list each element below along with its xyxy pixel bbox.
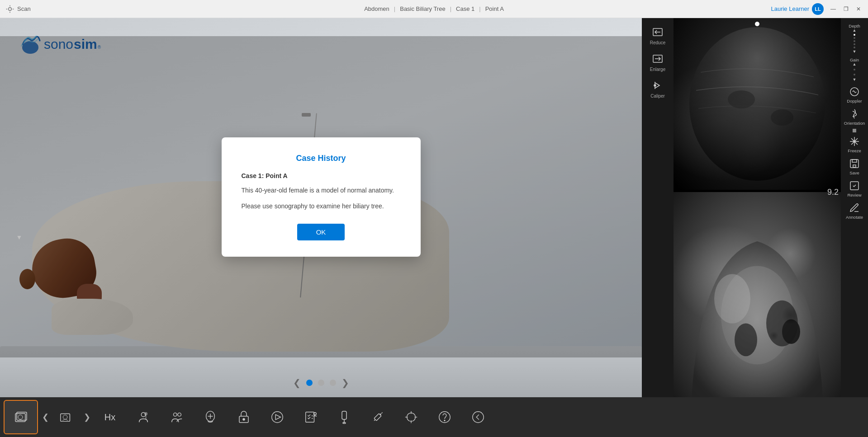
gain-dot-2 (854, 74, 855, 75)
lock-icon (236, 409, 252, 425)
bottom-toolbar: ❮ ❯ Hx (0, 397, 868, 437)
nav-prev-icon: ❮ (42, 412, 49, 422)
caliper-icon (651, 79, 664, 92)
reduce-button[interactable]: Reduce (645, 23, 671, 48)
gain-up-arrow[interactable]: ▲ (853, 62, 857, 66)
toolbar-probe-button[interactable] (328, 400, 360, 434)
image-icon (58, 409, 74, 425)
carousel-controls: ❮ ❯ (293, 377, 349, 388)
svg-point-60 (473, 412, 484, 423)
checklist-icon (303, 409, 319, 425)
svg-marker-40 (275, 414, 280, 419)
toolbar-checklist-button[interactable] (295, 400, 327, 434)
depth-control[interactable]: Depth ▲ ▼ (841, 22, 868, 56)
nav-next-button[interactable]: ❯ (81, 400, 92, 434)
toolbar-play-button[interactable] (261, 400, 293, 434)
toolbar-back-button[interactable] (462, 400, 494, 434)
freeze-label: Freeze (848, 148, 861, 153)
depth-dot-3 (854, 40, 855, 42)
us-controls-right: Depth ▲ ▼ (841, 18, 868, 397)
user-name: Laurie Learner (771, 5, 809, 12)
depth-arrows: ▲ (853, 28, 857, 33)
svg-point-20 (854, 141, 855, 142)
scan-icon (5, 5, 14, 14)
carousel-prev[interactable]: ❮ (293, 377, 301, 388)
toolbar-syringe-button[interactable] (362, 400, 394, 434)
scan-icon-wrap[interactable]: Scan (5, 5, 31, 14)
toolbar-group-button[interactable] (161, 400, 193, 434)
toolbar-layers-button[interactable] (4, 400, 38, 434)
reduce-label: Reduce (650, 40, 665, 46)
modal-body-2: Please use sonography to examine her bil… (242, 202, 401, 211)
review-button[interactable]: Review (842, 178, 867, 200)
play-icon (269, 409, 285, 425)
save-button[interactable]: Save (842, 155, 867, 178)
us-image-top (674, 18, 841, 190)
minimize-button[interactable]: — (829, 5, 837, 13)
nav-prev-button[interactable]: ❮ (40, 400, 51, 434)
main-content: sono sim ® ▼ (0, 18, 868, 397)
ultrasound-panel: Reduce Enlarge (642, 18, 868, 397)
review-icon (849, 180, 860, 192)
toolbar-lock-button[interactable] (228, 400, 260, 434)
caliper-button[interactable]: Caliper (645, 76, 671, 102)
sep1: | (394, 5, 395, 12)
svg-point-38 (243, 418, 245, 420)
carousel-dot-1[interactable] (306, 380, 313, 386)
scene-panel[interactable]: sono sim ® ▼ (0, 18, 642, 397)
doppler-button[interactable]: Doppler (842, 84, 867, 106)
title-bar-left: Scan (5, 5, 31, 14)
modal-body-1: This 40-year-old female is a model of no… (242, 186, 401, 195)
freeze-button[interactable]: Freeze (842, 133, 867, 155)
doppler-label: Doppler (847, 99, 862, 103)
toolbar-help-button[interactable] (429, 400, 460, 434)
modal-ok-button[interactable]: OK (297, 224, 345, 240)
enlarge-button[interactable]: Enlarge (645, 49, 671, 75)
svg-point-33 (178, 413, 181, 417)
close-button[interactable]: ✕ (854, 5, 863, 13)
us-controls-left: Reduce Enlarge (642, 18, 674, 397)
svg-point-7 (689, 27, 825, 181)
orientation-button[interactable]: Orientation (842, 106, 867, 128)
toolbar-head-button[interactable] (194, 400, 226, 434)
reduce-icon (651, 25, 664, 39)
save-label: Save (849, 170, 859, 175)
depth-down-arrow[interactable]: ▼ (853, 50, 857, 54)
svg-line-52 (382, 412, 383, 413)
gain-dot-1 (854, 69, 855, 70)
help-icon (436, 409, 453, 425)
review-label: Review (847, 193, 861, 197)
toolbar-person-button[interactable] (128, 400, 159, 434)
toolbar-crosshair-button[interactable] (395, 400, 427, 434)
depth-up-arrow[interactable]: ▲ (853, 28, 857, 33)
annotate-icon (849, 202, 860, 214)
svg-point-28 (63, 415, 67, 419)
maximize-button[interactable]: ❐ (842, 5, 850, 13)
sep2: | (450, 5, 451, 12)
carousel-next[interactable]: ❯ (342, 377, 349, 388)
gain-control[interactable]: Gain ▲ ▼ (841, 56, 868, 84)
svg-point-14 (735, 324, 757, 357)
depth-dot-5 (854, 47, 855, 48)
carousel-dot-2[interactable] (318, 380, 324, 386)
user-badge[interactable]: Laurie Learner LL (771, 3, 824, 15)
svg-rect-21 (850, 160, 859, 168)
doppler-icon (849, 86, 860, 98)
history-icon: Hx (102, 409, 118, 425)
toolbar-image-button[interactable] (52, 400, 80, 434)
title-bar: Scan Abdomen | Basic Biliary Tree | Case… (0, 0, 868, 18)
svg-point-13 (714, 274, 750, 324)
enlarge-icon (651, 52, 664, 66)
window-controls: — ❐ ✕ (829, 5, 863, 13)
breadcrumb-tree: Basic Biliary Tree (400, 5, 445, 12)
caliper-label: Caliper (650, 94, 665, 99)
modal-title: Case History (242, 154, 401, 163)
annotate-button[interactable]: Annotate (842, 200, 867, 222)
carousel-dot-3[interactable] (330, 380, 336, 386)
svg-point-30 (145, 413, 147, 415)
depth-dot-1 (854, 34, 855, 36)
depth-value-display: 9.2 (827, 188, 839, 197)
layers-icon (13, 409, 29, 425)
gain-down-arrow[interactable]: ▼ (853, 78, 857, 82)
toolbar-history-button[interactable]: Hx (94, 400, 126, 434)
